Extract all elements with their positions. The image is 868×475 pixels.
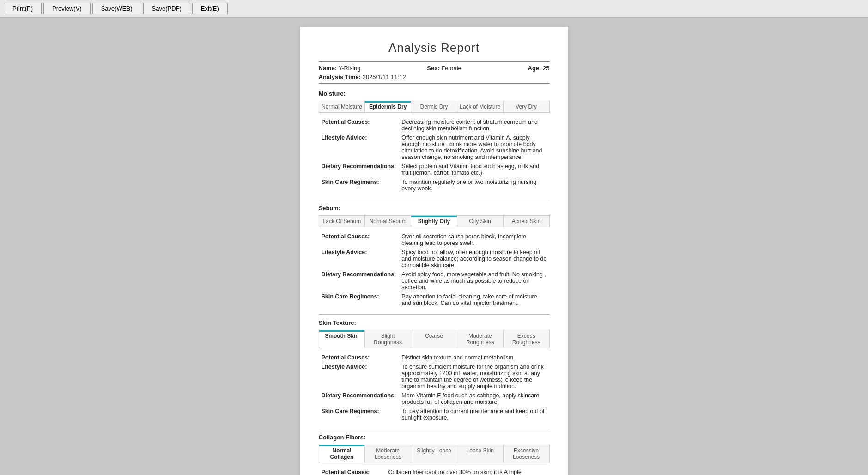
divider-2: [319, 314, 550, 315]
divider-1: [319, 200, 550, 200]
row-label-1-1: Lifestyle Advice:: [319, 248, 399, 270]
save-pdf-button[interactable]: Save(PDF): [143, 3, 190, 14]
toolbar: Print(P)Preview(V)Save(WEB)Save(PDF)Exit…: [0, 0, 868, 18]
table-row: Dietary Recommendations:Avoid spicy food…: [319, 270, 550, 292]
preview-button[interactable]: Preview(V): [43, 3, 91, 14]
tab-1-1[interactable]: Normal Sebum: [365, 216, 411, 227]
table-row: Potential Causes:Over oil secretion caus…: [319, 232, 550, 248]
row-value-1-2: Avoid spicy food, more vegetable and fru…: [399, 270, 549, 292]
row-value-2-2: More Vitamin E food such as cabbage, app…: [399, 391, 549, 407]
row-value-2-1: To ensure sufficient moisture for the or…: [399, 362, 549, 391]
section-title-0: Moisture:: [319, 90, 550, 97]
tab-bar-0: Normal MoistureEpidermis DryDermis DryLa…: [319, 101, 550, 113]
row-label-2-1: Lifestyle Advice:: [319, 362, 399, 391]
table-row: Skin Care Regimens:Pay attention to faci…: [319, 292, 550, 308]
table-row: Dietary Recommendations:More Vitamin E f…: [319, 391, 550, 407]
section-1: Sebum:Lack Of SebumNormal SebumSlightly …: [319, 200, 550, 308]
table-row: Skin Care Regimens:To maintain regularly…: [319, 177, 550, 193]
tab-1-0[interactable]: Lack Of Sebum: [319, 216, 365, 227]
tab-bar-1: Lack Of SebumNormal SebumSlightly OilyOi…: [319, 215, 550, 227]
sections-container: Moisture:Normal MoistureEpidermis DryDer…: [319, 90, 550, 475]
table-row: Lifestyle Advice:To ensure sufficient mo…: [319, 362, 550, 391]
tab-bar-3: Normal CollagenModerate LoosenessSlightl…: [319, 445, 550, 463]
row-value-1-0: Over oil secretion cause pores block, In…: [399, 232, 549, 248]
patient-age: Age: 25: [528, 65, 550, 72]
info-table-2: Potential Causes:Distinct skin texture a…: [319, 353, 550, 422]
tab-2-4[interactable]: Excess Roughness: [504, 330, 549, 348]
print-button[interactable]: Print(P): [4, 3, 42, 14]
tab-2-1[interactable]: Slight Roughness: [365, 330, 411, 348]
row-label-0-2: Dietary Recommendations:: [319, 162, 399, 177]
tab-0-1[interactable]: Epidermis Dry: [365, 101, 411, 112]
tab-0-0[interactable]: Normal Moisture: [319, 101, 365, 112]
tab-2-0[interactable]: Smooth Skin: [319, 330, 365, 348]
row-value-0-0: Decreasing moisture content of stratum c…: [399, 117, 549, 133]
tab-3-0[interactable]: Normal Collagen: [319, 445, 365, 463]
tab-0-2[interactable]: Dermis Dry: [411, 101, 457, 112]
patient-sex: Sex: Female: [427, 65, 461, 72]
info-table-0: Potential Causes:Decreasing moisture con…: [319, 117, 550, 193]
page-area: Analysis Report Name: Y-Rising Sex: Fema…: [0, 18, 868, 475]
row-label-1-2: Dietary Recommendations:: [319, 270, 399, 292]
row-label-1-0: Potential Causes:: [319, 232, 399, 248]
report-title: Analysis Report: [319, 41, 550, 55]
table-row: Potential Causes:Collagen fiber capture …: [319, 468, 550, 475]
table-row: Potential Causes:Decreasing moisture con…: [319, 117, 550, 133]
row-label-0-0: Potential Causes:: [319, 117, 399, 133]
row-label-2-0: Potential Causes:: [319, 353, 399, 362]
row-value-0-1: Offer enough skin nutriment and Vitamin …: [399, 133, 549, 162]
table-row: Lifestyle Advice:Spicy food not allow, o…: [319, 248, 550, 270]
tab-3-1[interactable]: Moderate Looseness: [365, 445, 411, 463]
row-label-3-0: Potential Causes:: [319, 468, 386, 475]
row-label-0-3: Skin Care Regimens:: [319, 177, 399, 193]
row-value-1-3: Pay attention to facial cleaning, take c…: [399, 292, 549, 308]
tab-1-2[interactable]: Slightly Oily: [411, 216, 457, 227]
patient-info-row1: Name: Y-Rising Sex: Female Age: 25: [319, 65, 550, 72]
section-title-2: Skin Texture:: [319, 319, 550, 326]
tab-3-2[interactable]: Slightly Loose: [411, 445, 457, 463]
row-value-0-3: To maintain regularly one or two moistur…: [399, 177, 549, 193]
exit-button[interactable]: Exit(E): [192, 3, 228, 14]
tab-3-3[interactable]: Loose Skin: [457, 445, 504, 463]
section-title-3: Collagen Fibers:: [319, 434, 550, 441]
row-value-1-1: Spicy food not allow, offer enough moist…: [399, 248, 549, 270]
row-label-0-1: Lifestyle Advice:: [319, 133, 399, 162]
tab-bar-2: Smooth SkinSlight RoughnessCoarseModerat…: [319, 330, 550, 348]
row-value-3-0: Collagen fiber capture over 80% on skin,…: [386, 468, 550, 475]
table-row: Lifestyle Advice:Offer enough skin nutri…: [319, 133, 550, 162]
row-value-0-2: Select protein and Vitamin food such as …: [399, 162, 549, 177]
section-3: Collagen Fibers:Normal CollagenModerate …: [319, 429, 550, 475]
save-web-button[interactable]: Save(WEB): [92, 3, 141, 14]
section-2: Skin Texture:Smooth SkinSlight Roughness…: [319, 314, 550, 422]
table-row: Dietary Recommendations:Select protein a…: [319, 162, 550, 177]
row-value-2-0: Distinct skin texture and normal metabol…: [399, 353, 549, 362]
section-0: Moisture:Normal MoistureEpidermis DryDer…: [319, 90, 550, 193]
row-value-2-3: To pay attention to current maintenance …: [399, 407, 549, 422]
divider-3: [319, 429, 550, 429]
patient-name: Name: Y-Rising: [319, 65, 361, 72]
tab-1-3[interactable]: Oily Skin: [457, 216, 504, 227]
table-row: Potential Causes:Distinct skin texture a…: [319, 353, 550, 362]
info-table-3: Potential Causes:Collagen fiber capture …: [319, 468, 550, 475]
row-label-2-2: Dietary Recommendations:: [319, 391, 399, 407]
tab-3-4[interactable]: Excessive Looseness: [504, 445, 549, 463]
tab-2-2[interactable]: Coarse: [411, 330, 457, 348]
row-label-2-3: Skin Care Regimens:: [319, 407, 399, 422]
tab-1-4[interactable]: Acneic Skin: [504, 216, 549, 227]
tab-0-3[interactable]: Lack of Moisture: [457, 101, 504, 112]
report-page: Analysis Report Name: Y-Rising Sex: Fema…: [300, 27, 568, 475]
row-label-1-3: Skin Care Regimens:: [319, 292, 399, 308]
table-row: Skin Care Regimens:To pay attention to c…: [319, 407, 550, 422]
patient-info: Name: Y-Rising Sex: Female Age: 25 Analy…: [319, 61, 550, 84]
tab-2-3[interactable]: Moderate Roughness: [457, 330, 504, 348]
section-title-1: Sebum:: [319, 205, 550, 212]
tab-0-4[interactable]: Very Dry: [504, 101, 549, 112]
info-table-1: Potential Causes:Over oil secretion caus…: [319, 232, 550, 308]
patient-analysis-time: Analysis Time: 2025/1/11 11:12: [319, 73, 550, 80]
